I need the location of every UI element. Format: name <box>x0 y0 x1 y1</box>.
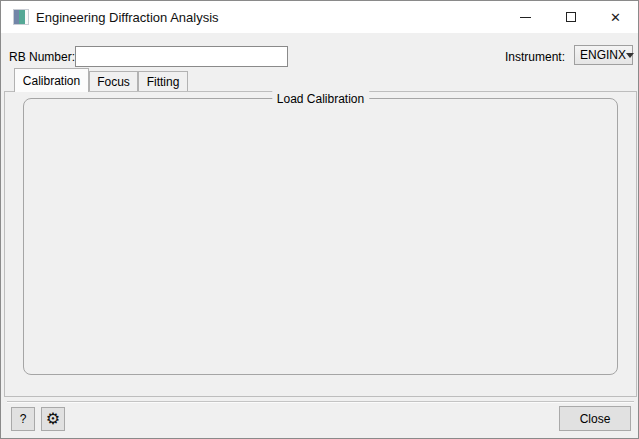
maximize-icon <box>566 12 576 22</box>
load-calibration-group: Load Calibration <box>23 98 618 375</box>
rb-number-input[interactable] <box>75 46 288 67</box>
gear-icon: ⚙ <box>46 411 60 427</box>
maximize-button[interactable] <box>548 1 593 33</box>
tab-focus-label: Focus <box>97 75 130 89</box>
instrument-label: Instrument: <box>505 49 565 65</box>
tab-focus[interactable]: Focus <box>89 71 138 92</box>
app-icon <box>13 9 29 25</box>
title-bar: Engineering Diffraction Analysis ✕ <box>1 1 638 33</box>
close-icon: ✕ <box>610 11 621 24</box>
instrument-select[interactable]: ENGINX <box>574 45 633 65</box>
group-title: Load Calibration <box>272 91 369 107</box>
tab-fitting-label: Fitting <box>147 75 180 89</box>
footer-separator <box>7 401 634 403</box>
close-button[interactable]: Close <box>559 406 631 431</box>
tab-calibration[interactable]: Calibration <box>14 68 89 92</box>
minimize-icon <box>520 17 531 18</box>
rb-number-label: RB Number: <box>9 49 75 65</box>
tab-fitting[interactable]: Fitting <box>138 71 188 92</box>
close-window-button[interactable]: ✕ <box>593 1 638 33</box>
tab-calibration-label: Calibration <box>23 74 80 88</box>
window-title: Engineering Diffraction Analysis <box>36 10 219 25</box>
instrument-value: ENGINX <box>580 48 626 62</box>
minimize-button[interactable] <box>503 1 548 33</box>
chevron-down-icon <box>626 53 634 58</box>
settings-button[interactable]: ⚙ <box>41 407 65 431</box>
help-button[interactable]: ? <box>11 407 35 431</box>
engineering-diffraction-window: Engineering Diffraction Analysis ✕ RB Nu… <box>0 0 639 439</box>
